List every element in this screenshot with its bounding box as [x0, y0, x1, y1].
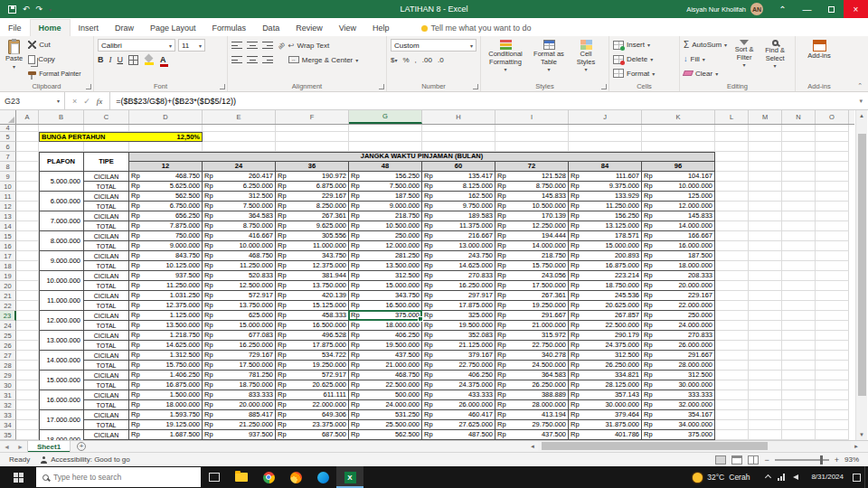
- data-cell[interactable]: Rp162.500: [422, 192, 495, 202]
- zoom-slider-thumb[interactable]: [820, 455, 823, 465]
- data-cell[interactable]: Rp190.972: [276, 172, 349, 182]
- row-header-19[interactable]: 19: [0, 271, 16, 281]
- tipe-cicilan-cell[interactable]: CICILAN: [84, 192, 129, 202]
- tray-expand-icon[interactable]: [765, 474, 771, 480]
- data-cell[interactable]: Rp1.406.250: [129, 371, 203, 380]
- data-cell[interactable]: Rp460.417: [422, 410, 495, 420]
- row-header-35[interactable]: 35: [0, 430, 16, 440]
- data-cell[interactable]: Rp1.031.250: [129, 291, 203, 301]
- data-cell[interactable]: Rp315.972: [495, 331, 569, 341]
- data-cell[interactable]: Rp9.625.000: [276, 221, 349, 231]
- row-header-15[interactable]: 15: [0, 231, 16, 241]
- data-cell[interactable]: Rp178.571: [569, 231, 642, 241]
- data-cell[interactable]: Rp27.625.000: [422, 420, 495, 430]
- data-cell[interactable]: Rp21.250.000: [203, 420, 276, 430]
- data-cell[interactable]: Rp26.250.000: [495, 380, 569, 390]
- data-cell[interactable]: Rp6.750.000: [129, 202, 203, 211]
- data-cell[interactable]: Rp13.750.000: [276, 281, 349, 291]
- row-header-14[interactable]: 14: [0, 221, 16, 231]
- data-cell[interactable]: Rp352.083: [422, 331, 495, 341]
- plafon-cell[interactable]: 7.000.000: [39, 211, 84, 231]
- data-cell[interactable]: Rp156.250: [569, 211, 642, 221]
- data-cell[interactable]: Rp312.500: [349, 271, 422, 281]
- data-cell[interactable]: Rp531.250: [349, 410, 422, 420]
- data-cell[interactable]: Rp885.417: [203, 410, 276, 420]
- increase-decimal-icon[interactable]: .00: [422, 56, 432, 64]
- plafon-cell[interactable]: 5.000.000: [39, 172, 84, 192]
- data-cell[interactable]: Rp8.750.000: [495, 182, 569, 192]
- data-cell[interactable]: Rp250.000: [642, 311, 715, 321]
- data-cell[interactable]: Rp20.000.000: [642, 281, 715, 291]
- data-cell[interactable]: Rp32.000.000: [642, 400, 715, 410]
- data-cell[interactable]: Rp17.500.000: [203, 361, 276, 371]
- data-cell[interactable]: Rp781.250: [203, 371, 276, 380]
- wrap-text-button[interactable]: ↩Wrap Text: [288, 39, 358, 52]
- month-header-60[interactable]: 60: [422, 162, 495, 172]
- row-header-31[interactable]: 31: [0, 390, 16, 400]
- data-cell[interactable]: Rp416.667: [203, 231, 276, 241]
- data-cell[interactable]: Rp22.750.000: [495, 341, 569, 351]
- row-header-11[interactable]: 11: [0, 192, 16, 202]
- data-cell[interactable]: Rp267.361: [495, 291, 569, 301]
- row-header-4[interactable]: 4: [0, 125, 16, 132]
- underline-button[interactable]: U: [118, 55, 124, 64]
- tipe-total-cell[interactable]: TOTAL: [84, 420, 129, 430]
- data-cell[interactable]: Rp133.929: [569, 192, 642, 202]
- number-format-select[interactable]: Custom▾: [391, 39, 476, 52]
- data-cell[interactable]: Rp19.500.000: [422, 321, 495, 331]
- taskbar-app-edge[interactable]: [309, 466, 336, 488]
- data-cell[interactable]: Rp458.333: [276, 311, 349, 321]
- data-cell[interactable]: Rp18.750.000: [569, 281, 642, 291]
- data-cell[interactable]: Rp16.250.000: [422, 281, 495, 291]
- month-header-48[interactable]: 48: [349, 162, 422, 172]
- row-header-10[interactable]: 10: [0, 182, 16, 192]
- alignment-dialog-launcher-icon[interactable]: [379, 84, 384, 89]
- data-cell[interactable]: Rp111.607: [569, 172, 642, 182]
- data-cell[interactable]: Rp496.528: [276, 331, 349, 341]
- tipe-total-cell[interactable]: TOTAL: [84, 380, 129, 390]
- row-header-12[interactable]: 12: [0, 202, 16, 211]
- data-cell[interactable]: Rp19.250.000: [495, 301, 569, 311]
- data-cell[interactable]: Rp187.500: [349, 192, 422, 202]
- data-cell[interactable]: Rp166.667: [642, 231, 715, 241]
- data-cell[interactable]: Rp26.000.000: [642, 341, 715, 351]
- cancel-formula-icon[interactable]: ×: [72, 97, 77, 106]
- data-cell[interactable]: Rp22.500.000: [349, 380, 422, 390]
- data-cell[interactable]: Rp1.218.750: [129, 331, 203, 341]
- data-cell[interactable]: Rp17.500.000: [495, 281, 569, 291]
- tipe-cicilan-cell[interactable]: CICILAN: [84, 351, 129, 361]
- row-header-24[interactable]: 24: [0, 321, 16, 331]
- data-cell[interactable]: Rp305.556: [276, 231, 349, 241]
- row-header-28[interactable]: 28: [0, 361, 16, 371]
- data-cell[interactable]: Rp10.500.000: [349, 221, 422, 231]
- data-cell[interactable]: Rp487.500: [422, 430, 495, 440]
- taskbar-app-excel[interactable]: X: [336, 466, 363, 488]
- data-cell[interactable]: Rp22.500.000: [569, 321, 642, 331]
- row-header-6[interactable]: 6: [0, 142, 16, 152]
- notification-center-icon[interactable]: [853, 474, 861, 482]
- month-header-12[interactable]: 12: [129, 162, 203, 172]
- data-cell[interactable]: Rp223.214: [569, 271, 642, 281]
- row-header-27[interactable]: 27: [0, 351, 16, 361]
- data-cell[interactable]: Rp520.833: [203, 271, 276, 281]
- data-cell[interactable]: Rp22.000.000: [276, 400, 349, 410]
- data-cell[interactable]: Rp437.500: [349, 351, 422, 361]
- data-cell[interactable]: Rp19.125.000: [129, 420, 203, 430]
- data-cell[interactable]: Rp20.000.000: [203, 400, 276, 410]
- plafon-cell[interactable]: 11.000.000: [39, 291, 84, 311]
- data-cell[interactable]: Rp7.500.000: [349, 182, 422, 192]
- data-cell[interactable]: Rp572.917: [276, 371, 349, 380]
- data-cell[interactable]: Rp21.000.000: [495, 321, 569, 331]
- align-top-icon[interactable]: [231, 41, 242, 50]
- data-cell[interactable]: Rp8.750.000: [203, 221, 276, 231]
- data-cell[interactable]: Rp468.750: [129, 172, 203, 182]
- data-cell[interactable]: Rp250.000: [349, 231, 422, 241]
- data-cell[interactable]: Rp145.833: [495, 192, 569, 202]
- font-color-icon[interactable]: A: [160, 56, 166, 64]
- data-cell[interactable]: Rp19.500.000: [349, 341, 422, 351]
- data-cell[interactable]: Rp468.750: [349, 371, 422, 380]
- normal-view-icon[interactable]: [715, 455, 726, 465]
- row-header-33[interactable]: 33: [0, 410, 16, 420]
- data-cell[interactable]: Rp12.500.000: [203, 281, 276, 291]
- cut-button[interactable]: Cut: [28, 39, 80, 52]
